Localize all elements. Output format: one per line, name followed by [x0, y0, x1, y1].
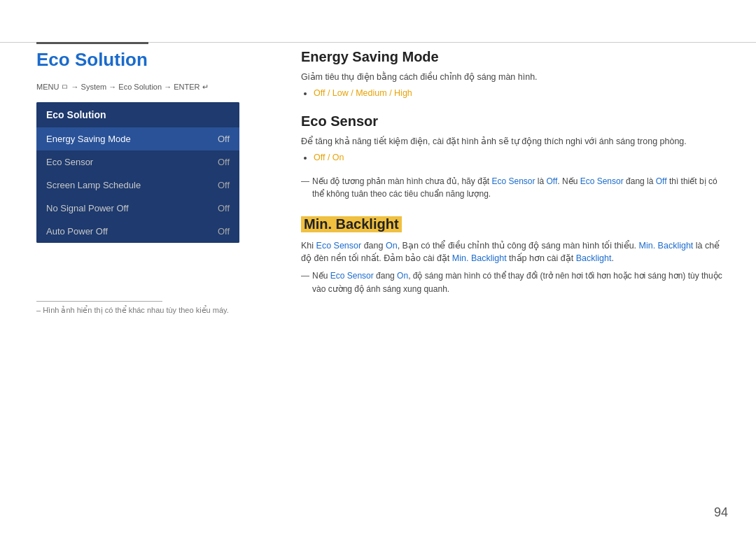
eco-sensor-title: Eco Sensor — [301, 113, 728, 129]
energy-saving-title: Energy Saving Mode — [301, 49, 728, 65]
eco-sensor-desc: Để tăng khả năng tiết kiệm điện, cài đặt… — [301, 135, 728, 148]
energy-saving-options-list: Off / Low / Medium / High — [314, 88, 728, 98]
min-backlight-ref: Min. Backlight — [639, 241, 694, 251]
page-title: Eco Solution — [36, 49, 246, 71]
min-backlight-title: Min. Backlight — [301, 216, 402, 232]
eco-sensor-ref1: Eco Sensor — [316, 241, 362, 251]
energy-saving-section: Energy Saving Mode Giảm tiêu thụ điện bằ… — [301, 49, 728, 98]
menu-item-eco-sensor[interactable]: Eco Sensor Off — [36, 150, 239, 174]
backlight-ref: Backlight — [576, 253, 612, 263]
eco-sensor-options-list: Off / On — [314, 153, 728, 162]
page-number: 94 — [714, 505, 728, 520]
menu-item-label: Energy Saving Mode — [46, 134, 131, 144]
menu-path: MENU ㅁ → System → Eco Solution → ENTER ↵ — [36, 82, 246, 92]
menu-item-label: Eco Sensor — [46, 157, 93, 167]
menu-item-auto-power[interactable]: Auto Power Off Off — [36, 220, 239, 243]
option-text: Off / Low / Medium / High — [314, 88, 412, 98]
eco-sensor-note1: Nếu độ tương phản màn hình chưa đủ, hãy … — [301, 175, 728, 201]
energy-saving-option: Off / Low / Medium / High — [314, 88, 728, 98]
option-text: Off / On — [314, 153, 344, 162]
footnote-divider — [36, 301, 162, 302]
menu-item-value: Off — [218, 134, 230, 144]
off-inline2: Off — [656, 176, 667, 186]
menu-item-value: Off — [218, 226, 230, 237]
eco-sensor-section: Eco Sensor Để tăng khả năng tiết kiệm đi… — [301, 113, 728, 201]
eco-sensor-ref2: Eco Sensor — [330, 271, 374, 281]
menu-item-label: Screen Lamp Schedule — [46, 180, 141, 190]
on-ref1: On — [386, 241, 398, 251]
off-inline: Off — [547, 176, 558, 186]
min-backlight-section: Min. Backlight Khi Eco Sensor đang On, B… — [301, 216, 728, 296]
menu-item-value: Off — [218, 203, 230, 213]
footnote-area: – Hình ảnh hiển thị có thể khác nhau tùy… — [36, 301, 246, 315]
footnote-text: – Hình ảnh hiển thị có thể khác nhau tùy… — [36, 306, 246, 315]
left-panel: Eco Solution MENU ㅁ → System → Eco Solut… — [36, 49, 246, 243]
top-accent-line — [36, 42, 148, 44]
eco-menu-header: Eco Solution — [36, 102, 239, 127]
eco-sensor-option: Off / On — [314, 153, 728, 162]
menu-item-label: No Signal Power Off — [46, 203, 129, 213]
menu-item-no-signal[interactable]: No Signal Power Off Off — [36, 197, 239, 220]
eco-sensor-inline: Eco Sensor — [491, 176, 535, 186]
menu-item-screen-lamp[interactable]: Screen Lamp Schedule Off — [36, 174, 239, 197]
min-backlight-note: Nếu Eco Sensor đang On, độ sáng màn hình… — [301, 269, 728, 295]
menu-item-value: Off — [218, 157, 230, 167]
right-panel: Energy Saving Mode Giảm tiêu thụ điện bằ… — [301, 49, 728, 301]
menu-path-text: MENU ㅁ → System → Eco Solution → ENTER ↵ — [36, 83, 209, 91]
menu-item-energy-saving[interactable]: Energy Saving Mode Off — [36, 127, 239, 150]
energy-saving-desc: Giảm tiêu thụ điện bằng cách điều chỉnh … — [301, 71, 728, 84]
menu-item-label: Auto Power Off — [46, 226, 108, 237]
eco-sensor-inline2: Eco Sensor — [580, 176, 624, 186]
menu-item-value: Off — [218, 180, 230, 190]
min-backlight-ref2: Min. Backlight — [452, 253, 507, 263]
on-ref2: On — [397, 271, 408, 281]
eco-solution-menu: Eco Solution Energy Saving Mode Off Eco … — [36, 102, 239, 243]
min-backlight-desc: Khi Eco Sensor đang On, Bạn có thể điều … — [301, 239, 728, 266]
